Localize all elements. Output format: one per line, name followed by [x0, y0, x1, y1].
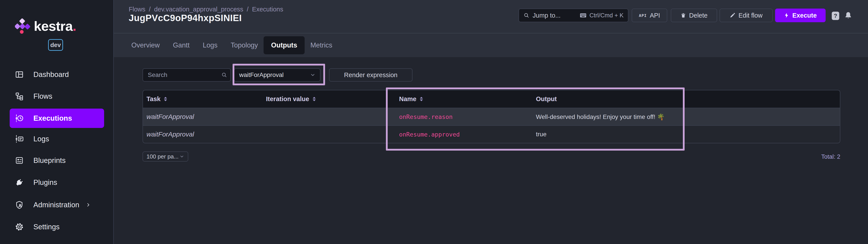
edit-flow-button[interactable]: Edit flow: [719, 8, 773, 22]
chevron-right-icon: [85, 202, 92, 208]
sidebar-item-label: Executions: [33, 114, 72, 122]
tab-outputs[interactable]: Outputs: [264, 36, 305, 54]
executions-icon: [15, 114, 24, 123]
outputs-table: Task Iteration value Name: [143, 90, 840, 143]
kestra-logo-icon: [15, 19, 30, 34]
cell-name: onResume.reason: [394, 114, 531, 120]
settings-icon: [15, 222, 24, 231]
sort-icon[interactable]: [312, 96, 316, 102]
chevron-down-icon: [309, 72, 316, 78]
kestra-logo[interactable]: kestra.: [15, 19, 76, 34]
column-label: Iteration value: [266, 95, 309, 103]
plugins-icon: [15, 178, 24, 187]
column-label: Output: [536, 95, 557, 103]
table-row[interactable]: waitForApproval onResume.approved true: [143, 125, 840, 143]
sidebar-item-dashboard[interactable]: Dashboard: [10, 65, 104, 84]
sidebar-item-administration[interactable]: Administration: [10, 195, 104, 215]
breadcrumb-flows[interactable]: Flows: [129, 6, 146, 13]
breadcrumb-namespace-flow[interactable]: dev.vacation_approval_process: [154, 6, 243, 13]
keyboard-icon: [580, 13, 586, 18]
keyboard-shortcut: Ctrl/Cmd + K: [589, 12, 624, 19]
cell-name: onResume.approved: [394, 131, 531, 138]
jump-to-label: Jump to...: [533, 12, 560, 19]
administration-icon: [15, 201, 24, 209]
sidebar-item-label: Settings: [33, 223, 60, 231]
outputs-panel: waitForApproval Render expression Task I…: [114, 57, 868, 244]
breadcrumb-separator: /: [247, 6, 249, 13]
sidebar-item-label: Dashboard: [33, 70, 69, 79]
task-filter-value: waitForApproval: [239, 71, 284, 79]
breadcrumb-separator: /: [149, 6, 151, 13]
api-icon: API: [639, 13, 647, 18]
search-box: [143, 68, 231, 82]
dashboard-icon: [15, 70, 24, 79]
cell-task: waitForApproval: [143, 130, 262, 138]
column-header-name: Name: [394, 95, 531, 103]
sidebar-item-label: Logs: [33, 135, 49, 143]
table-row[interactable]: waitForApproval onResume.reason Well-des…: [143, 108, 840, 125]
page-title: JugPVcC9oP94hxpSINIEI: [129, 13, 242, 23]
tab-metrics[interactable]: Metrics: [310, 41, 332, 49]
sidebar-item-logs[interactable]: Logs: [10, 129, 104, 149]
sidebar-item-blueprints[interactable]: Blueprints: [10, 151, 104, 170]
flows-icon: [15, 92, 24, 101]
brand-name: kestra.: [34, 19, 76, 34]
jump-to-search[interactable]: Jump to... Ctrl/Cmd + K: [519, 8, 628, 22]
cell-output: true: [531, 131, 840, 138]
sidebar-item-plugins[interactable]: Plugins: [10, 173, 104, 192]
breadcrumb: Flows / dev.vacation_approval_process / …: [129, 6, 283, 13]
cell-task: waitForApproval: [143, 113, 262, 120]
per-page-select[interactable]: 100 per pa...: [143, 151, 188, 161]
execute-button[interactable]: Execute: [775, 8, 826, 22]
task-filter-dropdown[interactable]: waitForApproval: [234, 68, 320, 82]
per-page-value: 100 per pa...: [147, 153, 179, 160]
chevron-down-icon: [179, 154, 185, 159]
environment-badge: dev: [48, 39, 63, 51]
column-header-iteration-value: Iteration value: [262, 95, 394, 103]
column-header-output: Output: [531, 95, 840, 103]
tab-gantt[interactable]: Gantt: [173, 41, 190, 49]
top-header: Flows / dev.vacation_approval_process / …: [114, 0, 868, 33]
execute-button-label: Execute: [792, 12, 816, 19]
sidebar-item-label: Plugins: [33, 178, 57, 187]
sort-icon[interactable]: [420, 96, 423, 102]
blueprints-icon: [15, 156, 24, 165]
render-expression-button[interactable]: Render expression: [329, 68, 412, 82]
sort-icon[interactable]: [164, 96, 167, 102]
sidebar-item-label: Flows: [33, 92, 52, 100]
sidebar-item-flows[interactable]: Flows: [10, 87, 104, 106]
tab-logs[interactable]: Logs: [203, 41, 217, 49]
total-count: Total: 2: [752, 153, 840, 160]
tab-overview[interactable]: Overview: [131, 41, 160, 49]
delete-button[interactable]: Delete: [671, 8, 717, 22]
sidebar-item-settings[interactable]: Settings: [10, 217, 104, 237]
pencil-icon: [730, 12, 735, 18]
api-button[interactable]: API API: [632, 8, 667, 22]
column-header-task: Task: [143, 95, 262, 103]
column-label: Task: [147, 95, 160, 103]
sidebar: kestra. dev Dashboard Flows Executions: [0, 0, 114, 244]
table-header-row: Task Iteration value Name: [143, 90, 840, 108]
help-icon[interactable]: ?: [832, 12, 839, 20]
column-label: Name: [399, 95, 416, 103]
execution-tabs: Overview Gantt Logs Topology Outputs Met…: [114, 33, 868, 57]
render-expression-label: Render expression: [344, 71, 397, 79]
search-input[interactable]: [143, 68, 231, 82]
search-icon: [523, 12, 530, 19]
delete-button-label: Delete: [689, 12, 708, 19]
notifications-bell-icon[interactable]: [844, 11, 852, 20]
trash-icon: [680, 12, 686, 19]
sidebar-item-label: Blueprints: [33, 156, 66, 165]
lightning-icon: [784, 12, 789, 19]
edit-flow-button-label: Edit flow: [738, 12, 763, 19]
cell-output: Well-deserved holidays! Enjoy your time …: [531, 113, 840, 120]
sidebar-item-label: Administration: [33, 201, 79, 209]
logs-icon: [15, 134, 24, 143]
breadcrumb-executions[interactable]: Executions: [252, 6, 283, 13]
api-button-label: API: [650, 12, 660, 19]
tab-topology[interactable]: Topology: [230, 41, 258, 49]
sidebar-item-executions[interactable]: Executions: [10, 109, 104, 128]
search-icon: [221, 72, 227, 78]
